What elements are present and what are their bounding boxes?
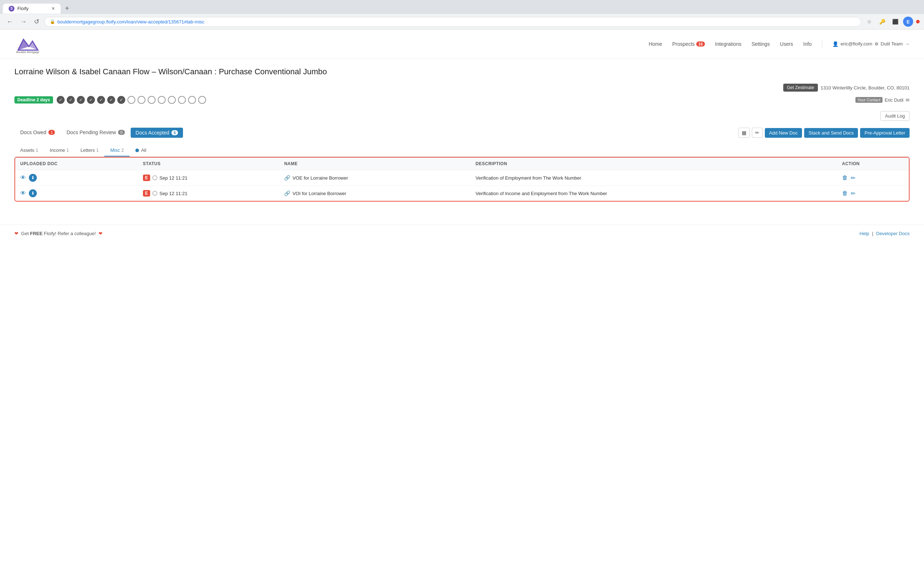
uploaded-icons-1: 👁 ⬇ <box>20 174 133 182</box>
edit-button-1[interactable]: ✏ <box>851 174 855 181</box>
docs-pending-tab[interactable]: Docs Pending Review 0 <box>61 127 130 139</box>
checkbox-2[interactable]: ✓ <box>67 96 75 104</box>
nav-prospects[interactable]: Prospects 16 <box>672 41 705 47</box>
e-badge-1: E <box>143 174 150 181</box>
back-button[interactable]: ← <box>4 16 15 27</box>
action-cell-2: 🗑 ✏ <box>837 186 909 201</box>
sub-tab-assets[interactable]: Assets 1 <box>15 145 44 156</box>
checkbox-7[interactable]: ✓ <box>117 96 125 104</box>
checkbox-13[interactable] <box>178 96 186 104</box>
status-cell-1: E Sep 12 11:21 <box>138 170 279 186</box>
nav-integrations[interactable]: Integrations <box>715 41 741 47</box>
browser-chrome: S Floify × + ← → ↺ 🔒 bouldermortgagegrou… <box>0 0 924 29</box>
bookmark-icon[interactable]: ☆ <box>864 16 874 27</box>
page-title: Lorraine Wilson & Isabel Canaan Flow – W… <box>15 67 909 76</box>
edit-button-2[interactable]: ✏ <box>851 190 855 197</box>
user-avatar[interactable]: E <box>903 16 913 27</box>
stack-send-button[interactable]: Stack and Send Docs <box>804 128 858 138</box>
uploaded-icons-2: 👁 ⬇ <box>20 189 133 197</box>
edit-filter-button[interactable]: ✏ <box>752 128 762 138</box>
nav-users[interactable]: Users <box>780 41 793 47</box>
property-bar: Get Zestimate 1310 Winterlilly Circle, B… <box>15 84 909 92</box>
docs-owed-tab[interactable]: Docs Owed 1 <box>15 127 61 139</box>
sub-tab-all[interactable]: All <box>129 145 152 156</box>
extension-icon[interactable]: ⬛ <box>890 16 900 27</box>
checkboxes: ✓ ✓ ✓ ✓ ✓ ✓ ✓ <box>57 96 206 104</box>
tab-close-button[interactable]: × <box>52 6 55 11</box>
checkbox-3[interactable]: ✓ <box>77 96 85 104</box>
checkbox-14[interactable] <box>188 96 196 104</box>
progress-left: Deadline 2 days ✓ ✓ ✓ ✓ ✓ ✓ ✓ <box>15 96 206 104</box>
nav-home[interactable]: Home <box>649 41 662 47</box>
action-cell-1: 🗑 ✏ <box>837 170 909 186</box>
delete-button-2[interactable]: 🗑 <box>842 190 848 197</box>
checkbox-8[interactable] <box>128 96 135 104</box>
name-inner-1: 🔗 VOE for Lorraine Borrower <box>284 175 465 181</box>
filter-icon-button[interactable]: ▦ <box>738 128 750 138</box>
contact-name: Eric Dutil <box>885 97 903 103</box>
forward-button[interactable]: → <box>18 16 29 27</box>
checkbox-1[interactable]: ✓ <box>57 96 65 104</box>
sub-tab-income[interactable]: Income 1 <box>44 145 75 156</box>
logout-icon[interactable]: → <box>905 41 909 47</box>
col-name: NAME <box>279 158 470 170</box>
url-text: bouldermortgagegroup.floify.com/loan/vie… <box>57 19 856 24</box>
add-new-doc-button[interactable]: Add New Doc <box>765 128 802 138</box>
nav-settings[interactable]: Settings <box>751 41 770 47</box>
docs-accepted-badge: 5 <box>171 130 178 135</box>
team-icon: ⚙ <box>874 42 879 47</box>
nav-info[interactable]: Info <box>803 41 811 47</box>
sub-tab-misc[interactable]: Misc 2 <box>104 145 129 156</box>
checkbox-10[interactable] <box>148 96 155 104</box>
delete-button-1[interactable]: 🗑 <box>842 174 848 181</box>
col-action: ACTION <box>837 158 909 170</box>
col-description: DESCRIPTION <box>471 158 837 170</box>
pre-approval-button[interactable]: Pre-Approval Letter <box>860 128 909 138</box>
tab-favicon: S <box>9 6 15 11</box>
lock-icon: 🔒 <box>50 19 55 24</box>
profile-icon[interactable]: 🔑 <box>877 16 887 27</box>
email-icon[interactable]: ✉ <box>906 97 909 103</box>
toolbar-right: ☆ 🔑 ⬛ E <box>864 16 920 27</box>
developer-docs-link[interactable]: Developer Docs <box>876 231 910 236</box>
checkbox-9[interactable] <box>137 96 145 104</box>
refresh-button[interactable]: ↺ <box>32 16 42 27</box>
footer-right: Help | Developer Docs <box>859 231 909 236</box>
link-icon-1: 🔗 <box>284 175 290 181</box>
browser-tab-active[interactable]: S Floify × <box>3 3 61 14</box>
doc-actions: ▦ ✏ Add New Doc Stack and Send Docs Pre-… <box>738 128 909 138</box>
action-icons-1: 🗑 ✏ <box>842 174 904 181</box>
footer-get-text: Get FREE Floify! Refer a colleague! <box>20 231 97 236</box>
checkbox-12[interactable] <box>168 96 176 104</box>
your-contact-label: Your Contact <box>855 97 882 103</box>
property-address: 1310 Winterlilly Circle, Boulder, CO, 80… <box>821 85 909 90</box>
page-footer: ❤ Get FREE Floify! Refer a colleague! ❤ … <box>0 225 924 242</box>
download-button-2[interactable]: ⬇ <box>29 189 37 197</box>
tab-title: Floify <box>17 6 49 11</box>
checkbox-4[interactable]: ✓ <box>87 96 95 104</box>
col-uploaded-doc: UPLOADED DOC <box>15 158 138 170</box>
description-cell-1: Verification of Employment from The Work… <box>471 170 837 186</box>
checkbox-11[interactable] <box>158 96 166 104</box>
name-cell-1: 🔗 VOE for Lorraine Borrower <box>279 170 470 186</box>
checkbox-5[interactable]: ✓ <box>97 96 105 104</box>
audit-log-row: Audit Log <box>15 111 909 121</box>
deadline-badge: Deadline 2 days <box>15 96 53 103</box>
docs-accepted-tab[interactable]: Docs Accepted 5 <box>131 128 183 138</box>
download-button-1[interactable]: ⬇ <box>29 174 37 182</box>
view-icon-2[interactable]: 👁 <box>20 190 26 197</box>
footer-left: ❤ Get FREE Floify! Refer a colleague! ❤ <box>15 231 102 236</box>
new-tab-button[interactable]: + <box>62 3 72 14</box>
help-link[interactable]: Help <box>859 231 869 236</box>
description-cell-2: Verification of Income and Employment fr… <box>471 186 837 201</box>
audit-log-button[interactable]: Audit Log <box>880 111 909 121</box>
view-icon-1[interactable]: 👁 <box>20 174 26 181</box>
nav-divider <box>822 40 822 48</box>
checkbox-6[interactable]: ✓ <box>107 96 115 104</box>
logo-area: Boulder Mortgage Group <box>15 34 40 54</box>
address-bar[interactable]: 🔒 bouldermortgagegroup.floify.com/loan/v… <box>44 17 861 27</box>
checkbox-15[interactable] <box>198 96 206 104</box>
sub-tab-letters[interactable]: Letters 1 <box>75 145 104 156</box>
sub-tabs-row: Assets 1 Income 1 Letters 1 Misc 2 All <box>15 145 909 157</box>
get-zestimate-button[interactable]: Get Zestimate <box>783 84 817 92</box>
